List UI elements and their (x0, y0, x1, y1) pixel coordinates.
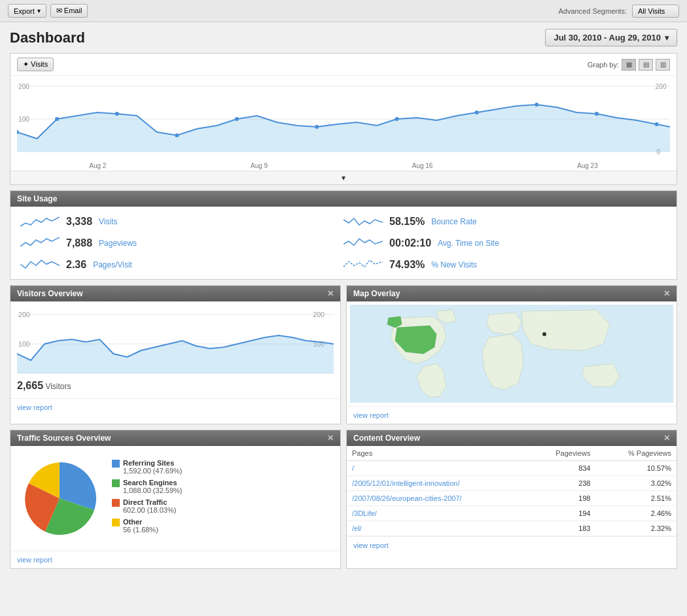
site-usage-section: Site Usage 3,338 Visits 58.15% Bounce Ra… (10, 190, 677, 280)
content-overview-close[interactable]: ✕ (663, 434, 670, 443)
pct-1: 10.57% (595, 461, 677, 476)
pageviews-1: 834 (527, 461, 595, 476)
svg-point-15 (535, 103, 538, 107)
visitor-label: Visitors (45, 382, 71, 391)
legend-dot-search (112, 479, 120, 487)
pageviews-label: Pageviews (99, 239, 137, 248)
traffic-sources-footer: view report (10, 551, 340, 568)
map-overlay-header: Map Overlay ✕ (347, 286, 677, 301)
visitors-view-report[interactable]: view report (17, 403, 52, 411)
page-link-2[interactable]: /2005/12/01/intelligent-innovation/ (347, 476, 527, 491)
legend-dot-referring (112, 460, 120, 468)
metric-bounce-rate: 58.15% Bounce Rate (344, 213, 667, 230)
visitors-overview-header: Visitors Overview ✕ (10, 286, 340, 301)
bounce-sparkline (344, 213, 383, 230)
metric-avg-time: 00:02:10 Avg. Time on Site (344, 235, 667, 251)
table-row: /3DLife/ 194 2.46% (347, 506, 677, 521)
table-row: /el/ 183 2.32% (347, 521, 677, 536)
graph-type-compare[interactable]: ▥ (656, 59, 670, 71)
x-label-aug23: Aug 23 (577, 162, 598, 169)
svg-text:100: 100 (18, 341, 30, 348)
svg-point-13 (395, 117, 398, 121)
visitors-overview-footer: view report (10, 398, 340, 416)
map-view-report[interactable]: view report (353, 411, 389, 419)
page-link-4[interactable]: /3DLife/ (347, 506, 527, 521)
svg-text:100: 100 (18, 116, 29, 123)
main-chart: 200 100 200 0 (10, 76, 677, 161)
graph-type-bar[interactable]: ▤ (639, 59, 653, 71)
x-label-aug16: Aug 16 (412, 162, 433, 169)
page-link-5[interactable]: /el/ (347, 521, 527, 536)
advanced-segments-label: Advanced Segments: (558, 7, 627, 15)
map-overlay-footer: view report (347, 406, 677, 424)
visitors-overview-close[interactable]: ✕ (327, 289, 334, 298)
svg-text:200: 200 (18, 311, 30, 318)
date-range-picker[interactable]: Jul 30, 2010 - Aug 29, 2010 (545, 29, 677, 46)
legend-title-other: Other (123, 518, 158, 526)
chart-toolbar: ✦ Visits Graph by: ▦ ▤ ▥ (10, 54, 677, 76)
svg-point-26 (542, 332, 546, 336)
svg-point-8 (55, 117, 59, 121)
page-link-3[interactable]: /2007/08/26/european-cities-2007/ (347, 491, 527, 506)
legend-value-referring: 1,592.00 (47.69%) (123, 467, 183, 475)
traffic-legend: Referring Sites 1,592.00 (47.69%) Search… (112, 459, 183, 538)
visits-label: Visits (99, 217, 117, 226)
legend-dot-other (112, 519, 120, 526)
traffic-sources-close[interactable]: ✕ (327, 434, 334, 443)
map-overlay-close[interactable]: ✕ (663, 289, 670, 298)
graph-type-line[interactable]: ▦ (622, 59, 636, 71)
x-label-aug9: Aug 9 (251, 162, 268, 169)
map-container (350, 305, 673, 403)
avgtime-label: Avg. Time on Site (438, 239, 499, 248)
segments-select[interactable]: All Visits (632, 5, 679, 18)
table-row: / 834 10.57% (347, 461, 677, 476)
col-pageviews: Pageviews (527, 446, 595, 461)
pct-2: 3.02% (595, 476, 677, 491)
chart-collapse-btn[interactable]: ▾ (10, 171, 677, 184)
svg-point-10 (175, 133, 179, 137)
pagesvisit-sparkline (20, 256, 60, 273)
page-link-1[interactable]: / (347, 461, 527, 476)
top-bar: Export ✉ Email Advanced Segments: All Vi… (0, 0, 687, 22)
top-bar-left: Export ✉ Email (8, 4, 88, 18)
content-overview-header: Content Overview ✕ (347, 430, 677, 446)
x-label-aug2: Aug 2 (89, 162, 106, 169)
pageviews-2: 238 (527, 476, 595, 491)
pageviews-3: 198 (527, 491, 595, 506)
svg-text:200: 200 (313, 311, 325, 318)
email-button[interactable]: ✉ Email (50, 4, 88, 18)
content-view-report[interactable]: view report (353, 541, 389, 549)
content-overview-body: Pages Pageviews % Pageviews / 834 10.57%… (347, 446, 677, 536)
visits-toggle[interactable]: ✦ Visits (17, 58, 54, 71)
export-button[interactable]: Export (8, 4, 46, 18)
pageviews-4: 194 (527, 506, 595, 521)
svg-text:200: 200 (656, 83, 667, 90)
traffic-sources-panel: Traffic Sources Overview ✕ (10, 430, 341, 569)
legend-title-referring: Referring Sites (123, 459, 183, 467)
content-overview-footer: view report (347, 536, 677, 554)
svg-point-16 (595, 112, 599, 116)
avgtime-value: 00:02:10 (389, 237, 431, 249)
svg-point-9 (115, 112, 119, 116)
pct-3: 2.51% (595, 491, 677, 506)
table-row: /2007/08/26/european-cities-2007/ 198 2.… (347, 491, 677, 506)
legend-value-other: 56 (1.68%) (123, 526, 158, 534)
legend-value-search: 1,088.00 (32.59%) (123, 487, 183, 494)
metric-pages-visit: 2.36 Pages/Visit (20, 256, 344, 273)
newvisits-label: % New Visits (431, 260, 477, 269)
metric-pageviews: 7,888 Pageviews (20, 235, 344, 251)
traffic-view-report[interactable]: view report (17, 556, 52, 564)
pct-5: 2.32% (595, 521, 677, 536)
svg-text:200: 200 (18, 83, 29, 90)
world-map-svg (350, 305, 673, 403)
legend-direct: Direct Traffic 602.00 (18.03%) (112, 498, 183, 514)
pageviews-5: 183 (527, 521, 595, 536)
content-overview-panel: Content Overview ✕ Pages Pageviews % Pag… (346, 430, 677, 569)
legend-value-direct: 602.00 (18.03%) (123, 506, 176, 514)
visitors-overview-title: Visitors Overview (17, 289, 83, 298)
avgtime-sparkline (344, 235, 383, 251)
col-pct-pageviews: % Pageviews (595, 446, 677, 461)
traffic-sources-title: Traffic Sources Overview (17, 434, 111, 443)
graph-by-controls: Graph by: ▦ ▤ ▥ (588, 59, 670, 71)
page-title: Dashboard (10, 29, 85, 46)
